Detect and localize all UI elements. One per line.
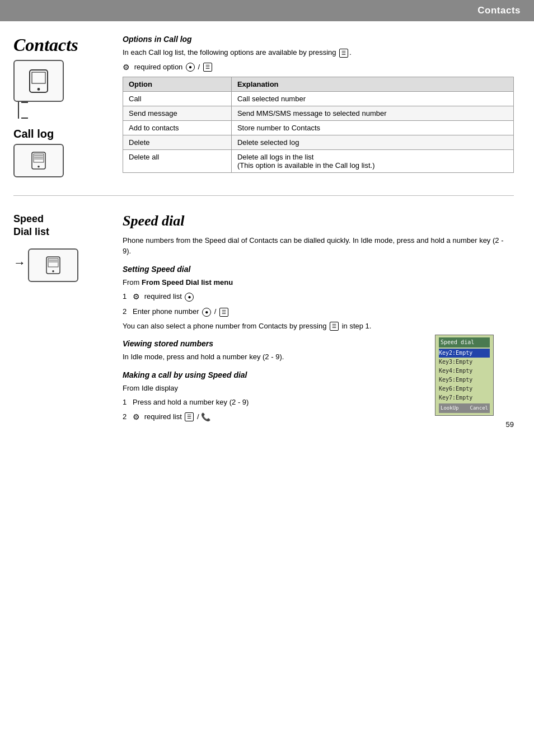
speed-dial-section: Speed Dial list → bbox=[13, 213, 514, 426]
options-intro: In each Call log list, the following opt… bbox=[123, 47, 514, 58]
contacts-title: Contacts bbox=[13, 35, 78, 55]
header-title: Contacts bbox=[477, 5, 521, 16]
section-divider bbox=[13, 195, 514, 196]
menu-icon-step2: ☰ bbox=[219, 308, 228, 317]
table-header-explanation: Explanation bbox=[231, 77, 513, 91]
svg-point-2 bbox=[38, 88, 40, 91]
call-log-label: Call log bbox=[13, 128, 54, 140]
screen-row: Key3:Empty bbox=[439, 358, 490, 367]
speed-dial-layout: Speed Dial list → bbox=[13, 213, 514, 426]
table-row: CallCall selected number bbox=[123, 91, 514, 106]
table-row: Delete allDelete all logs in the list(Th… bbox=[123, 149, 514, 172]
svg-rect-4 bbox=[34, 154, 44, 162]
svg-point-8 bbox=[38, 166, 40, 168]
speed-dial-content: Speed dial Phone numbers from the Speed … bbox=[111, 213, 514, 426]
main-content: Contacts Call log bbox=[0, 21, 534, 440]
footer-right: Cancel bbox=[470, 404, 488, 412]
speed-dial-intro: Phone numbers from the Speed dial of Con… bbox=[123, 235, 514, 257]
table-row: DeleteDelete selected log bbox=[123, 135, 514, 149]
setting-heading: Setting Speed dial bbox=[123, 265, 514, 274]
header-bar: Contacts bbox=[0, 0, 534, 21]
gear-icon-step1: ⚙ bbox=[133, 291, 140, 303]
svg-rect-1 bbox=[32, 72, 45, 83]
footer-left: LookUp bbox=[441, 404, 459, 412]
step-2: 2 Enter phone number ● / ☰ bbox=[123, 306, 514, 317]
phone-call-icon: 📞 bbox=[201, 412, 210, 421]
explanation-cell: Call selected number bbox=[231, 91, 513, 106]
option-cell: Delete bbox=[123, 135, 232, 149]
step3-text: You can also select a phone number from … bbox=[123, 321, 514, 332]
option-cell: Delete all bbox=[123, 149, 232, 172]
speed-dial-sidebar: Speed Dial list → bbox=[13, 213, 111, 426]
circle-button-icon: ● bbox=[186, 63, 195, 72]
menu-icon-making: ☰ bbox=[185, 412, 194, 421]
contacts-sidebar: Contacts Call log bbox=[13, 35, 111, 184]
options-in-call-log: Options in Call log In each Call log lis… bbox=[111, 35, 514, 184]
menu-icon: ☰ bbox=[339, 49, 348, 58]
speed-dial-svg-icon bbox=[43, 255, 63, 275]
explanation-cell: Delete all logs in the list(This option … bbox=[231, 149, 513, 172]
screen-title: Speed dial bbox=[439, 337, 490, 348]
speed-dial-title: Speed dial bbox=[123, 213, 514, 229]
table-header-option: Option bbox=[123, 77, 232, 91]
screen-row: Key6:Empty bbox=[439, 384, 490, 393]
required-option-line: ⚙ required option ● / ☰ bbox=[123, 62, 514, 73]
menu-icon-step3: ☰ bbox=[330, 322, 339, 331]
option-cell: Send message bbox=[123, 106, 232, 120]
screen-row: Key4:Empty bbox=[439, 367, 490, 375]
phone-svg-icon bbox=[25, 68, 52, 95]
explanation-cell: Store number to Contacts bbox=[231, 120, 513, 135]
screen-row: Key2:Empty bbox=[439, 349, 490, 358]
setting-speed-dial: Setting Speed dial From From Speed Dial … bbox=[123, 265, 514, 332]
speed-dial-list-label: Speed Dial list bbox=[13, 213, 111, 239]
explanation-cell: Delete selected log bbox=[231, 135, 513, 149]
option-cell: Call bbox=[123, 91, 232, 106]
speed-dial-phone-icon bbox=[28, 248, 78, 282]
from-menu-text: From From Speed Dial list menu bbox=[123, 277, 514, 288]
call-log-phone-icon bbox=[13, 144, 64, 177]
circle-icon-step2: ● bbox=[202, 308, 211, 317]
circle-icon-step1: ● bbox=[185, 293, 194, 302]
call-log-svg-icon bbox=[29, 151, 49, 171]
option-cell: Add to contacts bbox=[123, 120, 232, 135]
screen-footer: LookUpCancel bbox=[439, 403, 490, 412]
contacts-section: Contacts Call log bbox=[13, 35, 514, 184]
table-row: Add to contactsStore number to Contacts bbox=[123, 120, 514, 135]
table-row: Send messageSend MMS/SMS message to sele… bbox=[123, 106, 514, 120]
contacts-phone-icon bbox=[13, 60, 64, 102]
speed-dial-screen-preview: Speed dialKey2:EmptyKey3:EmptyKey4:Empty… bbox=[435, 335, 494, 415]
page-number: 59 bbox=[506, 420, 514, 429]
options-table: Option Explanation CallCall selected num… bbox=[123, 77, 514, 173]
arrow-icon: → bbox=[13, 256, 26, 270]
explanation-cell: Send MMS/SMS message to selected number bbox=[231, 106, 513, 120]
screen-row: Key7:Empty bbox=[439, 393, 490, 402]
svg-point-13 bbox=[52, 270, 54, 273]
screen-row: Key5:Empty bbox=[439, 375, 490, 384]
gear-icon: ⚙ bbox=[123, 62, 130, 73]
options-heading: Options in Call log bbox=[123, 35, 514, 44]
svg-rect-10 bbox=[48, 259, 58, 267]
menu-icon-2: ☰ bbox=[203, 63, 212, 72]
gear-icon-making: ⚙ bbox=[133, 411, 140, 423]
step-1: 1 ⚙ required list ● bbox=[123, 291, 514, 303]
